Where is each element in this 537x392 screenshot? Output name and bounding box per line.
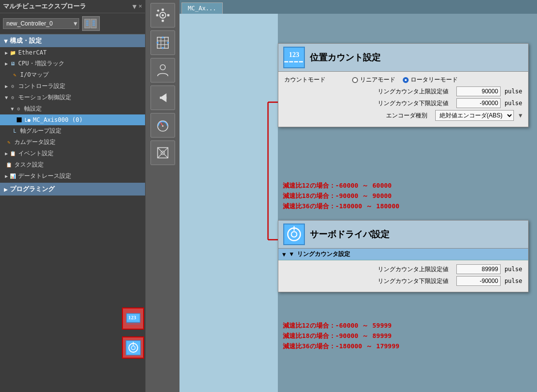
ring-lower-input[interactable] xyxy=(456,98,501,108)
gear-icon: ⚙ xyxy=(15,105,23,113)
controller-select[interactable]: new_Controller_0 xyxy=(3,18,79,29)
panel1-note-2: 減速比18の場合：-90000 ～ 90000 xyxy=(283,191,399,201)
sidebar-item-event-settings[interactable]: ▶ 📋 イベント設定 xyxy=(0,148,145,159)
panel2-notes: 減速比12の場合：-60000 ～ 59999 減速比18の場合：-90000 … xyxy=(283,321,399,351)
controller-bar: new_Controller_0 ▼ xyxy=(0,13,145,34)
ring-lower-unit: pulse xyxy=(505,100,522,107)
sidebar-item-ethercat[interactable]: ▶ 📁 EtherCAT xyxy=(0,47,145,58)
gear-icon: ⚙ xyxy=(9,83,17,90)
panel-servo-driver: サーボドライバ設定 ▼ ▼ リングカウンタ設定 リングカウンタ上限設定値 pul… xyxy=(278,220,529,292)
panel2-body: リングカウンタ上限設定値 pulse リングカウンタ下限設定値 pulse xyxy=(278,260,528,292)
sidebar-item-cpu-rack[interactable]: ▶ 🖥 CPU・増設ラック xyxy=(0,58,145,69)
main-tab[interactable]: MC_Ax... xyxy=(181,2,223,14)
svg-rect-34 xyxy=(160,97,167,99)
panel2-title: サーボドライバ設定 xyxy=(310,228,389,240)
sidebar-item-motion-settings[interactable]: ▼ ⚙ モーション制御設定 xyxy=(0,92,145,103)
sidebar-item-axis-settings[interactable]: ▼ ⚙ 軸設定 xyxy=(0,103,145,114)
svg-rect-1 xyxy=(91,19,96,28)
cpu-icon: 🖥 xyxy=(9,60,17,68)
main-content: MC_Ax... 123 ▬▬▬▬ 位置 xyxy=(179,0,537,392)
expand-icon: ▼ xyxy=(11,106,14,112)
selected-marker xyxy=(17,117,22,122)
expand-icon: ▶ xyxy=(5,151,8,156)
p2-ring-upper-unit: pulse xyxy=(505,266,522,273)
sidebar-item-io-map[interactable]: ✎ I/Oマップ xyxy=(0,69,145,81)
expand-icon: ▼ xyxy=(5,95,8,100)
ring-upper-row: リングカウンタ上限設定値 pulse xyxy=(284,86,522,96)
panel1-body: カウントモード リニアモード ロータリーモード リングカウン xyxy=(278,72,528,127)
panel1-note-1: 減速比12の場合：-60000 ～ 60000 xyxy=(283,181,399,191)
toolbar-crosshair-button[interactable] xyxy=(150,140,175,165)
panel1-icon: 123 ▬▬▬▬ xyxy=(283,47,305,68)
controller-settings-label: コントローラ設定 xyxy=(18,82,65,90)
gear-icon: ⚙ xyxy=(9,94,17,102)
linear-mode-label: リニアモード xyxy=(360,76,395,84)
config-section-header[interactable]: ▼ 構成・設定 xyxy=(0,34,145,47)
ring-counter-section[interactable]: ▼ ▼ リングカウンタ設定 xyxy=(278,249,528,260)
config-expand-icon: ▼ xyxy=(4,37,8,45)
connector-area xyxy=(179,14,278,392)
ring-lower-row: リングカウンタ下限設定値 pulse xyxy=(284,98,522,108)
icon-servo-sidebar-button[interactable] xyxy=(122,336,144,359)
sidebar-item-task-settings[interactable]: 📋 タスク設定 xyxy=(0,159,145,170)
sidebar: マルチビューエクスプローラ ▼ ✕ new_Controller_0 ▼ xyxy=(0,0,145,392)
encoder-dropdown-icon: ▼ xyxy=(519,112,522,119)
event-settings-label: イベント設定 xyxy=(18,149,54,158)
close-icon[interactable]: ✕ xyxy=(139,2,142,10)
toolbar-gauge-button[interactable] xyxy=(150,113,175,138)
p2-ring-lower-input[interactable] xyxy=(456,276,501,286)
sidebar-item-datatrace[interactable]: ▶ 📊 データトレース設定 xyxy=(0,170,145,182)
sidebar-item-axis-group[interactable]: L 軸グループ設定 xyxy=(0,125,145,137)
axis-icon: L● xyxy=(24,116,31,124)
io-map-label: I/Oマップ xyxy=(20,71,49,79)
section-expand-icon: ▼ xyxy=(282,251,286,258)
mc-axis-label: MC_Axis000 (0) xyxy=(33,116,83,123)
linear-mode-radio[interactable]: リニアモード xyxy=(352,76,395,84)
sidebar-header-icons: ▼ ✕ xyxy=(132,2,142,10)
motion-settings-label: モーション制御設定 xyxy=(18,93,71,102)
prog-section-header[interactable]: ▶ プログラミング xyxy=(0,183,145,196)
toolbar-gear-button[interactable] xyxy=(150,3,175,28)
toolbar-grid-button[interactable] xyxy=(150,30,175,55)
sidebar-item-controller-settings[interactable]: ▶ ⚙ コントローラ設定 xyxy=(0,81,145,92)
panel1-header: 123 ▬▬▬▬ 位置カウント設定 xyxy=(278,44,528,72)
prog-section-label: プログラミング xyxy=(10,185,55,194)
p2-ring-upper-label: リングカウンタ上限設定値 xyxy=(378,265,448,274)
sidebar-item-mc-axis000[interactable]: L● MC_Axis000 (0) xyxy=(0,114,145,125)
cam-icon: ✎ xyxy=(5,139,13,146)
pin-icon[interactable]: ▼ xyxy=(132,2,136,10)
p2-ring-upper-row: リングカウンタ上限設定値 pulse xyxy=(284,264,522,274)
event-icon: 📋 xyxy=(9,150,17,158)
panel2-header: サーボドライバ設定 xyxy=(278,221,528,249)
panel2-note-1: 減速比12の場合：-60000 ～ 59999 xyxy=(283,321,399,331)
panel2-note-2: 減速比18の場合：-90000 ～ 89999 xyxy=(283,331,399,341)
config-section-label: 構成・設定 xyxy=(10,36,42,45)
toolbar-person-button[interactable] xyxy=(150,58,175,83)
svg-rect-19 xyxy=(161,20,164,22)
encoder-select[interactable]: 絶対値エンコーダ(ABS) xyxy=(435,110,514,121)
sidebar-title: マルチビューエクスプローラ xyxy=(3,2,86,11)
trace-icon: 📊 xyxy=(9,172,17,180)
sidebar-item-cam-data[interactable]: ✎ カムデータ設定 xyxy=(0,137,145,148)
svg-point-17 xyxy=(161,14,164,17)
prog-expand-icon: ▶ xyxy=(4,186,8,193)
ethercat-label: EtherCAT xyxy=(18,49,47,56)
svg-rect-18 xyxy=(161,9,164,11)
svg-point-37 xyxy=(162,125,163,127)
p2-ring-upper-input[interactable] xyxy=(456,264,501,274)
ring-upper-input[interactable] xyxy=(456,86,501,96)
ring-upper-unit: pulse xyxy=(505,88,522,95)
folder-icon: 📁 xyxy=(9,49,17,56)
panel1-title: 位置カウント設定 xyxy=(310,52,381,63)
encoder-row: エンコーダ種別 絶対値エンコーダ(ABS) ▼ xyxy=(284,110,522,121)
rotary-radio-circle xyxy=(403,77,409,83)
count-mode-row: カウントモード リニアモード ロータリーモード xyxy=(284,76,522,84)
rotary-mode-radio[interactable]: ロータリーモード xyxy=(403,76,458,84)
group-icon: L xyxy=(11,127,19,135)
toolbar-back-button[interactable] xyxy=(150,85,175,110)
toolbar xyxy=(145,0,179,392)
ring-lower-label: リングカウンタ下限設定値 xyxy=(378,99,448,108)
svg-rect-23 xyxy=(157,37,168,49)
p2-ring-lower-unit: pulse xyxy=(505,278,522,284)
icon-123-sidebar-button[interactable]: 123 xyxy=(122,308,144,330)
